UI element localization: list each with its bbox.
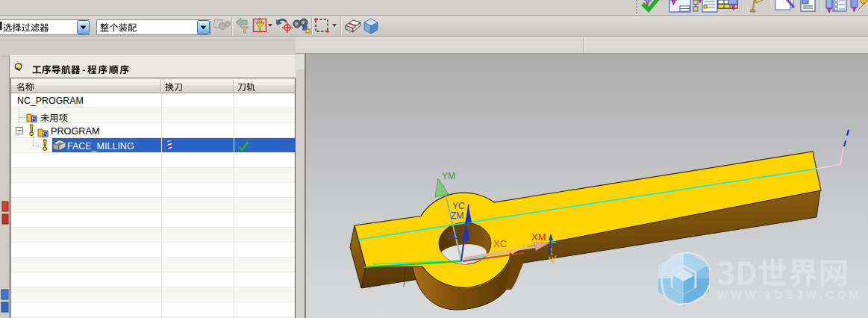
svg-text:ZM: ZM — [451, 211, 463, 221]
svg-text:XM: XM — [531, 231, 546, 243]
svg-text:XC: XC — [493, 238, 507, 249]
svg-text:ZC: ZC — [448, 231, 460, 241]
svg-text:YC: YC — [452, 201, 465, 211]
svg-text:WWW.3DSJW.COM: WWW.3DSJW.COM — [717, 289, 862, 301]
svg-text:YM: YM — [442, 171, 455, 181]
